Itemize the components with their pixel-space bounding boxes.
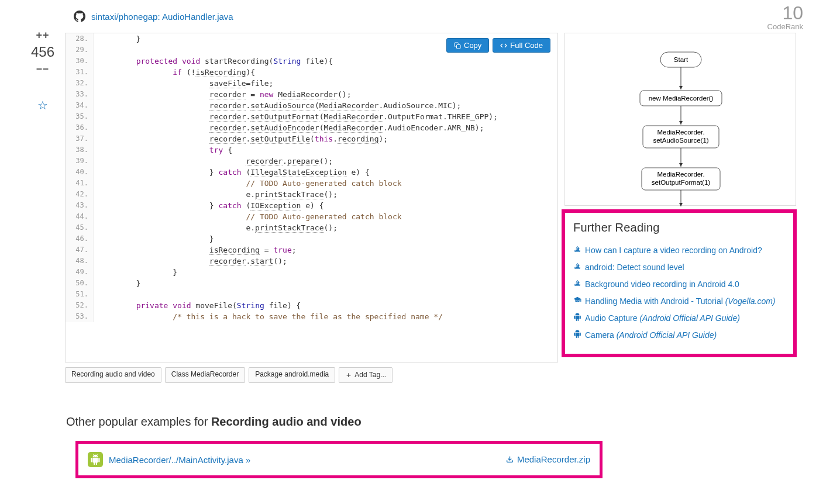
further-reading-title: Further Reading xyxy=(573,221,785,234)
line-number: 40. xyxy=(66,167,94,178)
code-src: recorder = new MediaRecorder(); xyxy=(94,89,352,100)
example-right: MediaRecorder.zip xyxy=(506,454,590,465)
code-line: 33. recorder = new MediaRecorder(); xyxy=(66,89,557,100)
code-src: try { xyxy=(94,144,232,156)
further-reading-item: Handling Media with Android - Tutorial (… xyxy=(573,292,785,309)
line-number: 42. xyxy=(66,189,94,200)
code-src: } xyxy=(94,233,214,244)
line-number: 33. xyxy=(66,89,94,100)
further-reading-link[interactable]: Camera (Android Official API Guide) xyxy=(585,330,717,340)
line-number: 52. xyxy=(66,300,94,311)
further-reading-meta: (Android Official API Guide) xyxy=(639,313,739,323)
code-src xyxy=(94,44,104,56)
line-number: 45. xyxy=(66,222,94,233)
favorite-star-icon[interactable]: ☆ xyxy=(28,98,57,112)
further-reading-meta: (Android Official API Guide) xyxy=(617,330,717,340)
code-line: 46. } xyxy=(66,233,557,244)
further-reading-list: How can I capture a video recording on A… xyxy=(573,241,785,343)
further-reading-item: Background video recording in Android 4.… xyxy=(573,275,785,292)
line-number: 31. xyxy=(66,67,94,78)
example-download-link[interactable]: MediaRecorder.zip xyxy=(506,454,590,464)
plus-icon: ＋ xyxy=(345,371,352,379)
github-icon xyxy=(74,11,85,22)
downvote-button[interactable]: –– xyxy=(28,63,57,75)
code-line: 32. saveFile=file; xyxy=(66,78,557,89)
code-line: 49. } xyxy=(66,267,557,278)
tag[interactable]: Package android.media xyxy=(249,367,335,383)
code-line: 37. recorder.setOutputFile(this.recordin… xyxy=(66,133,557,144)
flow-node-3a: MediaRecorder. xyxy=(657,171,704,178)
line-number: 38. xyxy=(66,144,94,156)
code-line: 31. if (!isRecording){ xyxy=(66,67,557,78)
further-reading-item: android: Detect sound level xyxy=(573,258,785,275)
code-line: 29. xyxy=(66,44,557,56)
code-line: 36. recorder.setAudioEncoder(MediaRecord… xyxy=(66,122,557,133)
line-number: 50. xyxy=(66,278,94,289)
line-number: 53. xyxy=(66,311,94,322)
code-src: recorder.setAudioSource(MediaRecorder.Au… xyxy=(94,100,461,111)
code-line: 53. /* this is a hack to save the file a… xyxy=(66,311,557,322)
code-src: protected void startRecording(String fil… xyxy=(94,56,333,67)
code-line: 50. } xyxy=(66,278,557,289)
further-reading-link[interactable]: Handling Media with Android - Tutorial (… xyxy=(585,296,776,306)
section-bold: Recording audio and video xyxy=(211,415,362,428)
code-listing[interactable]: 28. }29. 30. protected void startRecordi… xyxy=(66,33,557,362)
further-reading-meta: (Vogella.com) xyxy=(725,296,776,306)
further-reading-box: Further Reading How can I capture a vide… xyxy=(562,209,797,357)
line-number: 34. xyxy=(66,100,94,111)
code-src: if (!isRecording){ xyxy=(94,67,255,78)
tags-row: Recording audio and videoClass MediaReco… xyxy=(65,367,393,383)
add-tag-button[interactable]: ＋Add Tag... xyxy=(339,367,393,383)
further-reading-link[interactable]: Background video recording in Android 4.… xyxy=(585,279,739,289)
further-reading-link[interactable]: Audio Capture (Android Official API Guid… xyxy=(585,313,740,323)
code-src: // TODO Auto-generated catch block xyxy=(94,178,402,189)
code-line: 30. protected void startRecording(String… xyxy=(66,56,557,67)
code-src: e.printStackTrace(); xyxy=(94,222,338,233)
code-line: 45. e.printStackTrace(); xyxy=(66,222,557,233)
code-line: 51. xyxy=(66,289,557,300)
flowchart-svg: Start new MediaRecorder() MediaRecorder.… xyxy=(565,33,797,206)
code-line: 44. // TODO Auto-generated catch block xyxy=(66,211,557,222)
line-number: 49. xyxy=(66,267,94,278)
section-heading: Other popular examples for Recording aud… xyxy=(66,415,362,429)
code-line: 38. try { xyxy=(66,144,557,156)
further-reading-link[interactable]: android: Detect sound level xyxy=(585,263,684,272)
flowchart-panel: Start new MediaRecorder() MediaRecorder.… xyxy=(564,33,796,206)
code-src: saveFile=file; xyxy=(94,78,273,89)
example-file-link[interactable]: MediaRecorder/../MainActivity.java » xyxy=(109,455,250,465)
line-number: 39. xyxy=(66,156,94,167)
coderank-value: 10 xyxy=(767,4,803,22)
flow-node-3b: setOutputFormat(1) xyxy=(652,179,711,186)
line-number: 41. xyxy=(66,178,94,189)
code-src: recorder.setAudioEncoder(MediaRecorder.A… xyxy=(94,122,484,133)
code-src xyxy=(94,289,104,300)
android-icon xyxy=(573,313,581,323)
line-number: 35. xyxy=(66,111,94,122)
code-src: } xyxy=(94,278,140,289)
tag[interactable]: Recording audio and video xyxy=(65,367,161,383)
further-reading-link[interactable]: How can I capture a video recording on A… xyxy=(585,246,762,255)
flow-node-2b: setAudioSource(1) xyxy=(653,137,708,144)
code-line: 40. } catch (IllegalStateException e) { xyxy=(66,167,557,178)
code-src: /* this is a hack to save the file as th… xyxy=(94,311,443,322)
code-src: recorder.setOutputFormat(MediaRecorder.O… xyxy=(94,111,498,122)
code-line: 28. } xyxy=(66,33,557,44)
line-number: 36. xyxy=(66,122,94,133)
download-icon xyxy=(506,455,514,463)
code-line: 52. private void moveFile(String file) { xyxy=(66,300,557,311)
code-line: 35. recorder.setOutputFormat(MediaRecord… xyxy=(66,111,557,122)
code-src: e.printStackTrace(); xyxy=(94,189,338,200)
tag[interactable]: Class MediaRecorder xyxy=(165,367,245,383)
code-src: recorder.setOutputFile(this.recording); xyxy=(94,133,388,144)
vote-rail: ++ 456 –– ☆ xyxy=(28,29,57,112)
further-reading-item: Camera (Android Official API Guide) xyxy=(573,326,785,343)
code-line: 48. recorder.start(); xyxy=(66,256,557,267)
code-src: } xyxy=(94,33,140,44)
grad-icon xyxy=(573,296,581,306)
code-src: } catch (IOException e) { xyxy=(94,200,324,211)
flow-node-1: new MediaRecorder() xyxy=(649,95,714,102)
flow-node-2a: MediaRecorder. xyxy=(657,129,704,136)
upvote-button[interactable]: ++ xyxy=(28,29,57,42)
repo-link[interactable]: sintaxi/phonegap: AudioHandler.java xyxy=(91,12,233,22)
code-src: } catch (IllegalStateException e) { xyxy=(94,167,370,178)
